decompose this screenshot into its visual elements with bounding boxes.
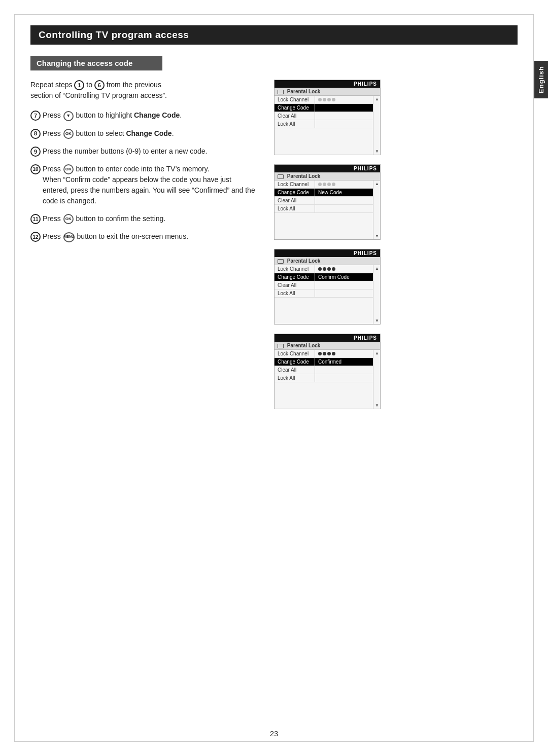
step-number-8: 8 <box>30 129 41 139</box>
tv-menu-4-title: Parental Lock <box>275 342 380 350</box>
step-9: 9 Press the number buttons (0-9) to ente… <box>30 146 259 157</box>
ok-button-icon-10: OK <box>63 164 74 174</box>
tv-menu-2-rows: Lock Channel Change <box>275 181 380 239</box>
tv-menu-4-row-clearall: Clear All <box>275 366 373 374</box>
tv-menu-3-brand: PHILIPS <box>275 249 380 257</box>
tv-menu-3-scrollbar: ▲ ▼ <box>373 265 380 324</box>
tv-menu-1-rows: Lock Channel Change <box>275 96 380 155</box>
tv-menu-1: PHILIPS Parental Lock Lock Channel <box>274 80 381 155</box>
scroll-down-icon: ▼ <box>375 234 379 238</box>
scroll-down-icon: ▼ <box>375 318 379 323</box>
tv-menu-1-row-lockchannel: Lock Channel <box>275 96 373 104</box>
tv-menu-2-row-changecode: Change Code New Code <box>275 189 373 197</box>
page-number: 23 <box>270 729 279 738</box>
step-number-12: 12 <box>30 232 41 242</box>
tv-menu-3: PHILIPS Parental Lock Lock Channel <box>274 249 381 325</box>
tv-menu-2-empty <box>275 213 373 239</box>
scroll-up-icon: ▲ <box>375 97 379 101</box>
tv-menu-4-rows-main: Lock Channel Change <box>275 350 373 409</box>
tv-menu-1-rows-main: Lock Channel Change <box>275 96 373 155</box>
step-12: 12 Press MENU button to exit the on-scre… <box>30 231 259 242</box>
tv-menu-3-rows: Lock Channel Change <box>275 265 380 324</box>
tv-menu-2-brand: PHILIPS <box>275 165 380 172</box>
tv-menu-4: PHILIPS Parental Lock Lock Channel <box>274 334 381 409</box>
page-border-bottom <box>14 741 534 742</box>
tv-menu-1-scrollbar: ▲ ▼ <box>373 96 380 155</box>
scroll-up-icon: ▲ <box>375 351 379 355</box>
main-layout: Repeat steps 1 to 6 from the previous se… <box>30 80 518 409</box>
tv-menu-4-row-lockchannel: Lock Channel <box>275 350 373 358</box>
english-tab-label: English <box>537 66 545 93</box>
tv-menu-3-row-lockall: Lock All <box>275 290 373 298</box>
tv-menu-1-row-lockall: Lock All <box>275 120 373 128</box>
step-icon-1: 1 <box>74 80 84 90</box>
page-border-left <box>14 14 15 742</box>
tv-menu-3-row-changecode: Change Code Confirm Code <box>275 273 373 281</box>
step-7: 7 Press ▼ button to highlight Change Cod… <box>30 110 259 121</box>
tv-menu-4-row-lockall: Lock All <box>275 374 373 382</box>
tv-menu-2: PHILIPS Parental Lock Lock Channel <box>274 164 381 240</box>
page-border-right <box>533 14 534 742</box>
step-11-text: Press OK button to confirm the setting. <box>43 213 259 224</box>
tv-menu-1-brand: PHILIPS <box>275 80 380 88</box>
tv-menus-column: PHILIPS Parental Lock Lock Channel <box>274 80 518 409</box>
section-title: Changing the access code <box>30 56 162 70</box>
tv-menu-4-brand: PHILIPS <box>275 334 380 342</box>
tv-menu-2-rows-main: Lock Channel Change <box>275 181 373 239</box>
page-border-top <box>14 14 534 15</box>
tv-menu-2-row-lockchannel: Lock Channel <box>275 181 373 189</box>
tv-menu-1-row-changecode: Change Code <box>275 104 373 112</box>
tv-menu-2-title: Parental Lock <box>275 172 380 181</box>
step-11: 11 Press OK button to confirm the settin… <box>30 213 259 224</box>
step-number-10: 10 <box>30 164 41 174</box>
step-8-text: Press OK button to select Change Code. <box>43 128 259 139</box>
step-9-text: Press the number buttons (0-9) to enter … <box>43 146 259 157</box>
page-title: Controlling TV program access <box>30 25 518 45</box>
ok-button-icon-11: OK <box>63 214 74 224</box>
intro-text: Repeat steps 1 to 6 from the previous se… <box>30 80 259 101</box>
step-icon-6: 6 <box>94 80 105 90</box>
step-12-text: Press MENU button to exit the on-screen … <box>43 231 259 242</box>
step-7-text: Press ▼ button to highlight Change Code. <box>43 110 259 121</box>
english-language-tab: English <box>534 61 548 98</box>
tv-menu-1-row-clearall: Clear All <box>275 112 373 120</box>
scroll-down-icon: ▼ <box>375 403 379 408</box>
tv-menu-4-row-changecode: Change Code Confirmed <box>275 358 373 366</box>
instructions-column: Repeat steps 1 to 6 from the previous se… <box>30 80 259 409</box>
tv-menu-2-scrollbar: ▲ ▼ <box>373 181 380 239</box>
scroll-up-icon: ▲ <box>375 182 379 186</box>
tv-menu-4-rows: Lock Channel Change <box>275 350 380 409</box>
tv-menu-3-rows-main: Lock Channel Change <box>275 265 373 324</box>
tv-menu-4-scrollbar: ▲ ▼ <box>373 350 380 409</box>
tv-menu-2-row-clearall: Clear All <box>275 197 373 205</box>
scroll-down-icon: ▼ <box>375 149 379 154</box>
tv-menu-4-empty <box>275 382 373 409</box>
page-content: Controlling TV program access Changing t… <box>30 25 518 731</box>
step-number-11: 11 <box>30 214 41 224</box>
tv-menu-1-title: Parental Lock <box>275 88 380 96</box>
step-10-text: Press OK button to enter code into the T… <box>43 164 259 206</box>
ok-button-icon-8: OK <box>63 129 74 139</box>
step-number-7: 7 <box>30 111 41 121</box>
menu-button-icon: MENU <box>63 232 75 242</box>
step-10: 10 Press OK button to enter code into th… <box>30 164 259 206</box>
down-button-icon: ▼ <box>63 111 74 121</box>
tv-menu-1-empty <box>275 128 373 155</box>
tv-menu-3-row-lockchannel: Lock Channel <box>275 265 373 273</box>
tv-menu-3-row-clearall: Clear All <box>275 281 373 290</box>
tv-menu-3-empty <box>275 298 373 324</box>
scroll-up-icon: ▲ <box>375 266 379 271</box>
step-8: 8 Press OK button to select Change Code. <box>30 128 259 139</box>
step-number-9: 9 <box>30 147 41 157</box>
tv-menu-2-row-lockall: Lock All <box>275 205 373 213</box>
tv-menu-3-title: Parental Lock <box>275 257 380 265</box>
